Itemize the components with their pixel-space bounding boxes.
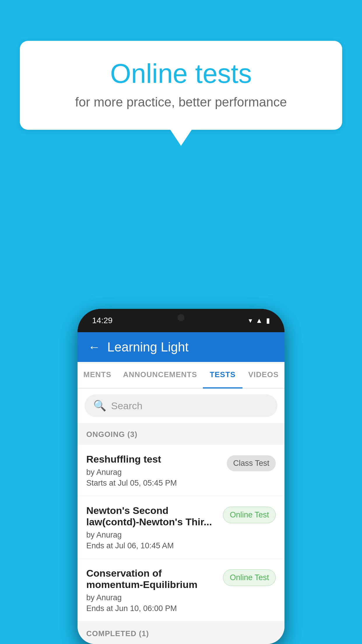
- test-info-2: Newton's Second law(contd)-Newton's Thir…: [86, 505, 223, 550]
- test-badge-2: Online Test: [223, 507, 276, 523]
- test-item-3[interactable]: Conservation of momentum-Equilibrium by …: [78, 559, 284, 622]
- search-container: 🔍 Search: [78, 388, 284, 423]
- phone: 14:29 ▾ ▲ ▮ ← Learning Light MENTS ANNOU…: [78, 309, 284, 644]
- test-badge-1: Class Test: [227, 455, 276, 471]
- tab-announcements[interactable]: ANNOUNCEMENTS: [117, 362, 203, 388]
- status-time: 14:29: [92, 316, 113, 325]
- phone-wrapper: 14:29 ▾ ▲ ▮ ← Learning Light MENTS ANNOU…: [78, 309, 284, 644]
- test-time-1: Starts at Jul 05, 05:45 PM: [86, 479, 221, 488]
- search-icon: 🔍: [93, 400, 106, 412]
- test-by-1: by Anurag: [86, 468, 221, 477]
- search-bar[interactable]: 🔍 Search: [85, 394, 277, 417]
- speech-bubble-container: Online tests for more practice, better p…: [20, 41, 342, 130]
- speech-bubble: Online tests for more practice, better p…: [20, 41, 342, 130]
- test-by-2: by Anurag: [86, 531, 217, 540]
- ongoing-section-header: ONGOING (3): [78, 424, 284, 445]
- test-badge-3: Online Test: [223, 569, 276, 586]
- test-name-2: Newton's Second law(contd)-Newton's Thir…: [86, 505, 217, 528]
- test-time-2: Ends at Jul 06, 10:45 AM: [86, 541, 217, 550]
- test-time-3: Ends at Jun 10, 06:00 PM: [86, 604, 217, 613]
- app-screen: ← Learning Light MENTS ANNOUNCEMENTS TES…: [78, 332, 284, 644]
- test-list: Reshuffling test by Anurag Starts at Jul…: [78, 445, 284, 622]
- speech-bubble-subtitle: for more practice, better performance: [43, 95, 319, 109]
- status-bar: 14:29 ▾ ▲ ▮: [78, 309, 284, 332]
- app-header: ← Learning Light: [78, 332, 284, 362]
- test-info-3: Conservation of momentum-Equilibrium by …: [86, 568, 223, 613]
- tab-tests[interactable]: TESTS: [203, 362, 242, 388]
- wifi-icon: ▾: [249, 316, 252, 325]
- battery-icon: ▮: [266, 316, 270, 325]
- completed-section-header: COMPLETED (1): [78, 622, 284, 644]
- status-icons: ▾ ▲ ▮: [249, 316, 270, 325]
- test-by-3: by Anurag: [86, 593, 217, 602]
- test-name-1: Reshuffling test: [86, 454, 221, 465]
- test-item-2[interactable]: Newton's Second law(contd)-Newton's Thir…: [78, 496, 284, 559]
- test-item-1[interactable]: Reshuffling test by Anurag Starts at Jul…: [78, 445, 284, 496]
- test-name-3: Conservation of momentum-Equilibrium: [86, 568, 217, 590]
- tab-ments[interactable]: MENTS: [78, 362, 117, 388]
- app-title: Learning Light: [107, 340, 189, 354]
- test-info-1: Reshuffling test by Anurag Starts at Jul…: [86, 454, 227, 488]
- signal-icon: ▲: [256, 316, 263, 325]
- speech-bubble-title: Online tests: [43, 58, 319, 89]
- camera: [178, 314, 184, 321]
- tab-videos[interactable]: VIDEOS: [242, 362, 284, 388]
- back-button[interactable]: ←: [88, 340, 100, 354]
- phone-notch: [158, 309, 204, 326]
- search-placeholder: Search: [111, 400, 143, 412]
- tab-bar: MENTS ANNOUNCEMENTS TESTS VIDEOS: [78, 362, 284, 388]
